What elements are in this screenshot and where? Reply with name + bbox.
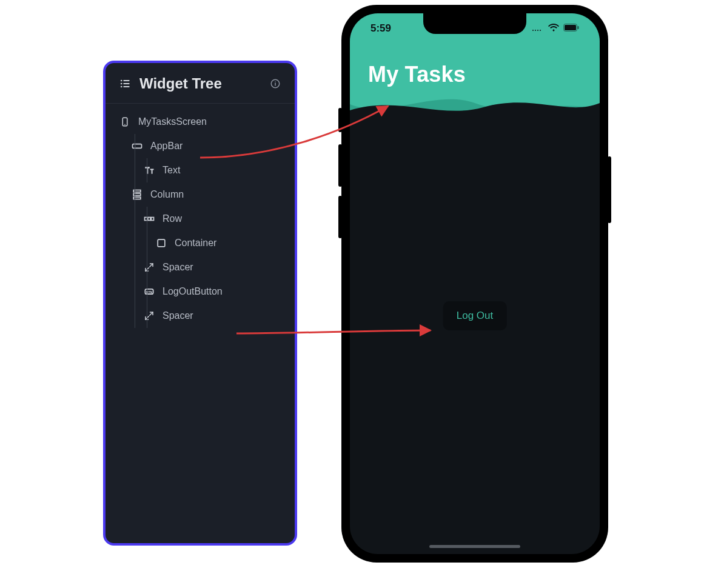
volume-up-button (338, 144, 342, 187)
tree-icon (119, 78, 131, 90)
svg-rect-18 (151, 218, 153, 221)
tree-node-label: Column (150, 189, 184, 200)
svg-rect-11 (133, 144, 142, 149)
tree-node-container[interactable]: Container (114, 231, 286, 255)
app-title: My Tasks (368, 62, 466, 87)
notch (423, 13, 526, 34)
svg-line-24 (150, 312, 153, 315)
widget-tree-header: Widget Tree (106, 63, 295, 104)
appbar-icon (131, 140, 143, 152)
tree-node-label: Spacer (163, 310, 193, 321)
svg-rect-32 (578, 26, 579, 29)
svg-point-27 (535, 30, 536, 31)
phone-screen: 5:59 (350, 13, 600, 554)
svg-point-26 (532, 30, 534, 31)
svg-rect-19 (158, 239, 165, 247)
widget-tree-panel: Widget Tree MyTasksScreen (103, 61, 297, 546)
tree-node-row[interactable]: Row (114, 207, 286, 231)
svg-rect-17 (148, 218, 150, 221)
info-icon[interactable] (269, 78, 281, 90)
svg-point-4 (121, 86, 122, 88)
status-time: 5:59 (370, 22, 391, 35)
logout-button[interactable]: Log Out (443, 301, 507, 330)
mute-switch (338, 108, 342, 132)
wifi-icon (548, 22, 559, 35)
widget-tree-title: Widget Tree (139, 75, 261, 92)
spacer-icon (143, 310, 155, 322)
row-icon (143, 213, 155, 225)
tree-node-column[interactable]: Column (114, 182, 286, 207)
home-indicator (429, 545, 520, 548)
tree-node-label: Row (163, 213, 182, 224)
phone-frame: 5:59 (341, 5, 608, 563)
tree-node-appbar[interactable]: AppBar (114, 134, 286, 158)
svg-point-29 (540, 30, 541, 31)
svg-point-8 (275, 81, 276, 82)
tree-node-label: MyTasksScreen (138, 116, 207, 127)
column-icon (131, 189, 143, 201)
battery-icon (563, 22, 579, 35)
container-icon (155, 237, 167, 249)
svg-rect-31 (565, 25, 576, 30)
tree-node-label: LogOutButton (163, 286, 223, 297)
text-icon (143, 164, 155, 176)
appbar-wave (350, 86, 600, 122)
signal-icon (532, 22, 544, 35)
tree-node-spacer-2[interactable]: Spacer (114, 304, 286, 328)
svg-point-2 (121, 83, 122, 85)
tree-node-label: Spacer (163, 262, 193, 273)
volume-down-button (338, 196, 342, 238)
phone-icon (119, 116, 131, 128)
widget-tree-list: MyTasksScreen AppBar Text (106, 104, 295, 328)
tree-node-label: Text (163, 165, 180, 176)
svg-point-28 (537, 30, 538, 31)
svg-line-20 (150, 264, 153, 267)
power-button (608, 156, 611, 223)
tree-node-logout-button[interactable]: BTN LogOutButton (114, 279, 286, 304)
tree-node-spacer-1[interactable]: Spacer (114, 255, 286, 279)
svg-point-0 (121, 80, 122, 82)
tree-node-text[interactable]: Text (114, 158, 286, 182)
tree-node-label: Container (175, 238, 216, 249)
logout-button-label: Log Out (457, 310, 494, 321)
spacer-icon (143, 261, 155, 273)
tree-node-screen[interactable]: MyTasksScreen (114, 110, 286, 134)
tree-node-label: AppBar (150, 141, 183, 152)
button-icon: BTN (143, 286, 155, 298)
